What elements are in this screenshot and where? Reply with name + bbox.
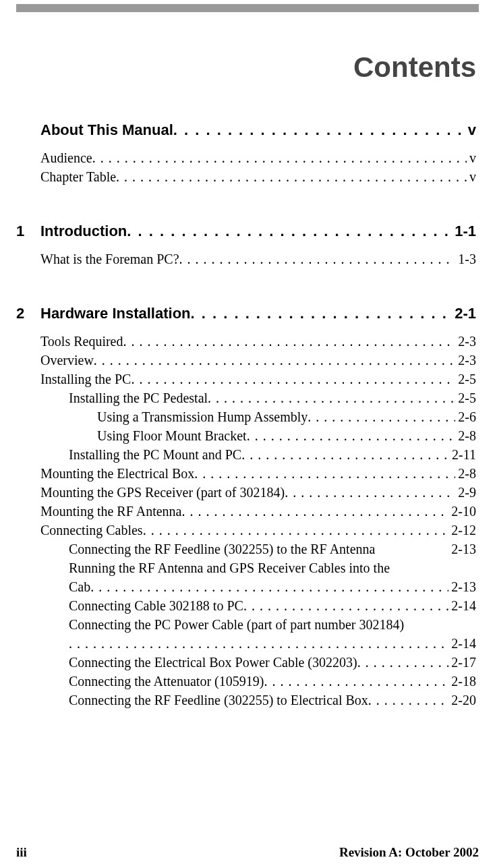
leader-dots xyxy=(181,502,448,521)
toc-entry: Using a Transmission Hump Assembly2-6 xyxy=(40,407,476,426)
toc-entry: Connecting the PC Power Cable (part of p… xyxy=(40,615,476,634)
toc-entry-label: Installing the PC xyxy=(40,370,131,388)
leader-dots xyxy=(208,388,455,407)
toc-entry-page: 2-5 xyxy=(455,370,476,388)
leader-dots xyxy=(241,445,449,464)
leader-dots xyxy=(247,426,456,445)
toc-entry-label: Installing the PC Pedestal xyxy=(69,388,208,407)
toc-entry-label: Tools Required xyxy=(40,332,123,351)
toc-section-heading: 2Hardware Installation 2-1 xyxy=(40,305,476,322)
leader-dots xyxy=(264,672,448,691)
toc-entry-label: Using a Transmission Hump Assembly xyxy=(97,407,308,426)
toc-entry: Installing the PC2-5 xyxy=(40,370,476,388)
toc-entry-page: v xyxy=(467,148,476,167)
toc-entry: Connecting the Attenuator (105919)2-18 xyxy=(40,672,476,691)
toc-entry: Tools Required2-3 xyxy=(40,332,476,351)
leader-dots xyxy=(179,250,456,268)
toc-entry-page: 2-20 xyxy=(448,691,476,710)
toc-entry-label: What is the Foreman PC? xyxy=(40,250,179,268)
leader-dots xyxy=(69,634,448,653)
toc-entry-page: 2-18 xyxy=(448,672,476,691)
leader-dots xyxy=(92,148,467,167)
toc-entry: Mounting the RF Antenna2-10 xyxy=(40,502,476,521)
toc-entry-page: 2-8 xyxy=(455,426,476,445)
section-spacer xyxy=(40,268,476,285)
toc-entry-label: Connecting Cables xyxy=(40,521,143,540)
toc-section-label: Introduction xyxy=(40,223,127,240)
toc-entry-label: Cab xyxy=(69,577,90,596)
toc-entry: Using Floor Mount Bracket2-8 xyxy=(40,426,476,445)
toc-entry-label: Installing the PC Mount and PC xyxy=(69,445,241,464)
leader-dots xyxy=(94,351,455,370)
toc-section-page: v xyxy=(465,121,476,139)
leader-dots xyxy=(131,370,455,388)
leader-dots xyxy=(375,540,448,558)
toc-section-number xyxy=(16,121,40,139)
toc-entry: Installing the PC Mount and PC2-11 xyxy=(40,445,476,464)
toc-entry-page: 2-3 xyxy=(455,351,476,370)
toc-entry-page: 2-14 xyxy=(448,634,476,653)
toc-entry-label: Connecting Cable 302188 to PC xyxy=(69,596,243,615)
toc-entry-page: v xyxy=(467,167,476,186)
leader-dots xyxy=(143,521,449,540)
footer-page-number: iii xyxy=(16,845,27,860)
toc-section-heading: 1Introduction 1-1 xyxy=(40,223,476,240)
toc-entry-label: Connecting the RF Feedline (302255) to t… xyxy=(69,540,375,558)
toc-entry: Connecting Cable 302188 to PC2-14 xyxy=(40,596,476,615)
toc-entry-label: Mounting the RF Antenna xyxy=(40,502,181,521)
toc-entry: Installing the PC Pedestal2-5 xyxy=(40,388,476,407)
toc-entry-page: 2-12 xyxy=(448,521,476,540)
toc-section-label: About This Manual xyxy=(40,121,173,139)
toc-entry: Chapter Tablev xyxy=(40,167,476,186)
toc-entry-page: 2-5 xyxy=(455,388,476,407)
toc-section-page: 2-1 xyxy=(452,305,476,322)
toc-entry: Running the RF Antenna and GPS Receiver … xyxy=(40,558,476,577)
leader-dots xyxy=(127,223,452,240)
footer-revision: Revision A: October 2002 xyxy=(339,845,479,860)
toc-entry-label: Overview xyxy=(40,351,94,370)
toc-entry: Connecting the RF Feedline (302255) to t… xyxy=(40,540,476,558)
toc-entry-label: Audience xyxy=(40,148,92,167)
toc-entry-label: Chapter Table xyxy=(40,167,116,186)
leader-dots xyxy=(116,167,467,186)
section-spacer xyxy=(40,186,476,202)
leader-dots xyxy=(194,464,455,483)
toc-entry-label: Using Floor Mount Bracket xyxy=(97,426,247,445)
toc-entry-label: Mounting the Electrical Box xyxy=(40,464,194,483)
toc-entry: Connecting the RF Feedline (302255) to E… xyxy=(40,691,476,710)
toc-section-number: 1 xyxy=(16,223,40,240)
section-spacer xyxy=(40,710,476,726)
toc-entry-page: 2-13 xyxy=(448,577,476,596)
leader-dots xyxy=(173,121,465,139)
toc-entry: Audiencev xyxy=(40,148,476,167)
toc-block: About This Manual vAudiencevChapter Tabl… xyxy=(40,121,476,726)
toc-entry-page: 2-14 xyxy=(448,596,476,615)
toc-entry: Overview2-3 xyxy=(40,351,476,370)
toc-entry: What is the Foreman PC?1-3 xyxy=(40,250,476,268)
header-bar xyxy=(16,4,479,12)
leader-dots xyxy=(390,558,476,577)
leader-dots xyxy=(285,483,455,502)
toc-entry-page: 1-3 xyxy=(455,250,476,268)
toc-entry-page: 2-9 xyxy=(455,483,476,502)
page: Contents About This Manual vAudiencevCha… xyxy=(0,4,495,868)
leader-dots xyxy=(123,332,455,351)
toc-section-page: 1-1 xyxy=(452,223,476,240)
leader-dots xyxy=(90,577,448,596)
leader-dots xyxy=(191,305,453,322)
toc-entry-page: 2-3 xyxy=(455,332,476,351)
leader-dots xyxy=(368,691,449,710)
toc-entry-page: 2-8 xyxy=(455,464,476,483)
toc-entry-label: Running the RF Antenna and GPS Receiver … xyxy=(69,558,390,577)
leader-dots xyxy=(243,596,448,615)
toc-entry: Connecting the Electrical Box Power Cabl… xyxy=(40,653,476,672)
toc-entry-label: Connecting the Electrical Box Power Cabl… xyxy=(69,653,357,672)
toc-entry: 2-14 xyxy=(40,634,476,653)
toc-section-number: 2 xyxy=(16,305,40,322)
toc-entry-label: Connecting the PC Power Cable (part of p… xyxy=(69,615,404,634)
toc-section-heading: About This Manual v xyxy=(40,121,476,139)
toc-entry-label: Mounting the GPS Receiver (part of 30218… xyxy=(40,483,285,502)
toc-entry-label: Connecting the RF Feedline (302255) to E… xyxy=(69,691,368,710)
toc-entry-page: 2-13 xyxy=(448,540,476,558)
toc-entry-page: 2-6 xyxy=(455,407,476,426)
